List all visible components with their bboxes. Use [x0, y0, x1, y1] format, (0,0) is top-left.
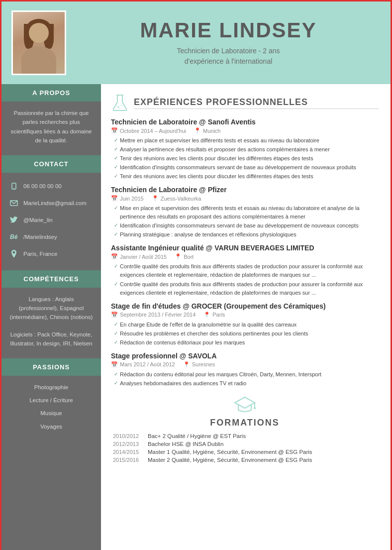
- passion-3: Musique: [1, 407, 101, 420]
- job-bullets: Contrôle qualité des produits finis aux …: [111, 262, 379, 297]
- job-bullets: Mise en place et supervision des différe…: [111, 204, 379, 239]
- logiciels-text: Logiciels : Pack Office, Keynote, Illust…: [1, 328, 101, 350]
- job-item: Stage de fin d'études @ GROCER (Groupeme…: [111, 302, 379, 347]
- svg-text:Bé: Bé: [10, 234, 18, 240]
- bullet-item: Identification d'insights consommateurs …: [114, 221, 379, 230]
- formations-table: 2010/2012Bac+ 2 Qualité / Hygiène @ EST …: [111, 432, 379, 464]
- job-title: Assistante Ingénieur qualité @ VARUN BEV…: [111, 244, 379, 252]
- sidebar-contact: CONTACT 06 00 00 00 00 MarieL: [1, 155, 101, 262]
- formation-row: 2015/2016Master 2 Qualité, Hygiène, Sécu…: [111, 456, 379, 464]
- bullet-item: Contrôle qualité des produits finis aux …: [114, 262, 379, 279]
- behance-value: /Marielindsey: [23, 234, 57, 240]
- profile-photo: [11, 10, 66, 75]
- bullet-item: Résoudre les problèmes et chercher des s…: [114, 330, 379, 338]
- calendar-icon: 📅: [111, 127, 118, 134]
- experiences-header: EXPÉRIENCES PROFESSIONNELLES: [111, 94, 379, 112]
- svg-point-1: [13, 188, 14, 189]
- map-pin-icon: 📍: [183, 361, 190, 368]
- phone-icon: [8, 181, 19, 192]
- contact-behance: Bé /Marielindsey: [1, 228, 101, 245]
- bullet-item: Analyses hebdomadaires des audiences TV …: [114, 379, 379, 388]
- job-meta: 📅 Juin 2015📍 Zuess-Valkeurka: [111, 195, 379, 202]
- twitter-icon: [8, 215, 19, 225]
- bullet-item: Analyser la pertinence des résultats et …: [114, 145, 379, 154]
- graduation-icon: [232, 395, 257, 416]
- formations-title: FORMATIONS: [210, 418, 280, 428]
- location-icon: [8, 248, 19, 259]
- face: [29, 23, 49, 43]
- map-pin-icon: 📍: [194, 127, 201, 134]
- langues-text: Langues : Anglais (professionnel), Espag…: [1, 293, 101, 324]
- formation-year: 2010/2012: [111, 432, 146, 440]
- experiences-title: EXPÉRIENCES PROFESSIONNELLES: [134, 97, 379, 109]
- formation-row: 2010/2012Bac+ 2 Qualité / Hygiène @ EST …: [111, 432, 379, 440]
- bullet-item: Tenir des réunions avec les clients pour…: [114, 172, 379, 181]
- passions-title: PASSIONS: [1, 358, 101, 376]
- svg-point-5: [117, 106, 119, 108]
- phone-value: 06 00 00 00 00: [23, 183, 62, 189]
- content-area: EXPÉRIENCES PROFESSIONNELLES Technicien …: [101, 84, 391, 550]
- job-location: 📍 Zuess-Valkeurka: [152, 195, 201, 202]
- apropos-text: Passionnée par la chimie que parles rech…: [1, 107, 101, 147]
- passion-2: Lecture / Écriture: [1, 394, 101, 407]
- formation-row: 2014/2015Master 1 Qualité, Hygiène, Sécu…: [111, 448, 379, 456]
- job-date: 📅 Mars 2012 / Août 2012: [111, 361, 175, 368]
- job-title: Stage professionnel @ SAVOLA: [111, 352, 379, 360]
- job-date: 📅 Janvier / Août 2015: [111, 253, 167, 260]
- job-item: Technicien de Laboratoire @ Sanofi Avent…: [111, 118, 379, 181]
- job-subtitle: Technicien de Laboratoire - 2 ans d'expé…: [81, 46, 376, 67]
- formation-row: 2012/2013Bachelor HSE @ INSA Dublin: [111, 440, 379, 448]
- formation-desc: Bachelor HSE @ INSA Dublin: [146, 440, 379, 448]
- apropos-title: A PROPOS: [1, 84, 101, 102]
- calendar-icon: 📅: [111, 195, 118, 202]
- calendar-icon: 📅: [111, 253, 118, 260]
- sidebar-passions: PASSIONS Photographie Lecture / Écriture…: [1, 358, 101, 434]
- main-layout: A PROPOS Passionnée par la chimie que pa…: [1, 84, 391, 550]
- bullet-item: Mettre en place et superviser les différ…: [114, 136, 379, 145]
- job-item: Stage professionnel @ SAVOLA📅 Mars 2012 …: [111, 352, 379, 388]
- job-date: 📅 Juin 2015: [111, 195, 144, 202]
- job-location: 📍 Suresnes: [183, 361, 215, 368]
- formation-desc: Master 1 Qualité, Hygiène, Sécurité, Env…: [146, 448, 379, 456]
- sidebar: A PROPOS Passionnée par la chimie que pa…: [1, 84, 101, 550]
- job-date: 📅 Octobre 2014 – Aujourd'hui: [111, 127, 186, 134]
- svg-point-10: [254, 407, 256, 409]
- bullet-item: Identification d'insights consommateurs …: [114, 163, 379, 172]
- lab-icon: [111, 94, 129, 112]
- twitter-value: @Marie_lin: [23, 217, 52, 223]
- formation-year: 2015/2016: [111, 456, 146, 464]
- jobs-list: Technicien de Laboratoire @ Sanofi Avent…: [111, 118, 379, 388]
- competences-title: COMPÉTENCES: [1, 270, 101, 288]
- full-name: MARIE LINDSEY: [81, 19, 376, 42]
- job-date: 📅 Septembre 2013 / Février 2014: [111, 312, 196, 318]
- job-location: 📍 Paris: [203, 312, 225, 318]
- job-meta: 📅 Septembre 2013 / Février 2014📍 Paris: [111, 312, 379, 318]
- job-item: Technicien de Laboratoire @ Pfizer📅 Juin…: [111, 186, 379, 239]
- job-bullets: Rédaction du contenu éditorial pour les …: [111, 370, 379, 388]
- email-icon: [8, 198, 19, 209]
- formation-year: 2014/2015: [111, 448, 146, 456]
- bullet-item: Rédaction du contenu éditorial pour les …: [114, 370, 379, 379]
- calendar-icon: 📅: [111, 361, 118, 368]
- bullet-item: Rédaction de contenus éditoriaux pour le…: [114, 338, 379, 347]
- job-location: 📍 Munich: [194, 127, 220, 134]
- contact-title: CONTACT: [1, 155, 101, 173]
- map-pin-icon: 📍: [175, 253, 182, 260]
- job-title: Stage de fin d'études @ GROCER (Groupeme…: [111, 302, 379, 310]
- job-location: 📍 Bort: [175, 253, 194, 260]
- calendar-icon: 📅: [111, 312, 118, 318]
- job-title: Technicien de Laboratoire @ Sanofi Avent…: [111, 118, 379, 126]
- job-meta: 📅 Octobre 2014 – Aujourd'hui📍 Munich: [111, 127, 379, 134]
- bullet-item: Planning stratégique : analyse de tendan…: [114, 230, 379, 239]
- formations-header: FORMATIONS: [111, 395, 379, 428]
- bullet-item: En charge Etude de l'effet de la granulo…: [114, 321, 379, 329]
- passion-1: Photographie: [1, 381, 101, 394]
- formation-year: 2012/2013: [111, 440, 146, 448]
- header: MARIE LINDSEY Technicien de Laboratoire …: [1, 1, 391, 84]
- job-meta: 📅 Mars 2012 / Août 2012📍 Suresnes: [111, 361, 379, 368]
- header-text: MARIE LINDSEY Technicien de Laboratoire …: [81, 19, 376, 67]
- contact-phone: 06 00 00 00 00: [1, 178, 101, 195]
- passion-4: Voyages: [1, 420, 101, 433]
- sidebar-competences: COMPÉTENCES Langues : Anglais (professio…: [1, 270, 101, 350]
- job-bullets: En charge Etude de l'effet de la granulo…: [111, 321, 379, 347]
